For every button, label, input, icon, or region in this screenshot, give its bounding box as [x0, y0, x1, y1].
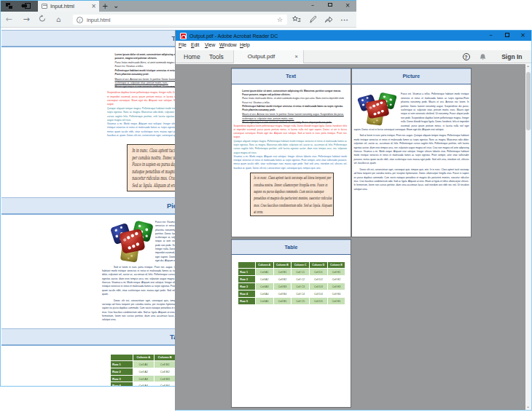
table-column-header: Column A — [255, 262, 273, 269]
scrollbar-thumb[interactable] — [526, 72, 531, 130]
table-cell: Cell E2 — [327, 276, 345, 283]
pdf-text-styled-paragraphs: Lorem ipsum dolor sit amet, consectetuer… — [242, 90, 346, 125]
page-favicon-icon — [42, 4, 47, 9]
tab-tools[interactable]: Tools — [209, 50, 224, 64]
table-cell: Cell D2 — [309, 276, 327, 283]
table-cell: Cell D4 — [309, 290, 327, 298]
notifications-bell-icon[interactable] — [479, 53, 487, 63]
table-cell: Cell E3 — [327, 283, 345, 290]
table-cell: Cell D3 — [309, 283, 327, 290]
doc-tab-close-icon[interactable]: × — [295, 50, 298, 63]
table-row: Row 4Cell A4Cell B4Cell C4Cell D4Cell E4 — [238, 290, 345, 298]
tab-output-pdf[interactable]: Output.pdf × — [233, 50, 304, 64]
share-icon[interactable] — [324, 15, 334, 25]
acrobat-maximize-icon[interactable] — [499, 31, 515, 42]
table-cell: Cell A2 — [255, 276, 273, 283]
menu-help[interactable]: Help — [240, 42, 250, 47]
menu-edit[interactable]: Edit — [191, 42, 199, 47]
dice-image — [109, 221, 155, 263]
menu-file[interactable]: File — [179, 42, 187, 47]
address-url[interactable]: input.html — [87, 17, 111, 23]
acrobat-title-bar[interactable]: Output.pdf - Adobe Acrobat Reader DC – × — [176, 30, 531, 41]
row-label-cell: Row 1 — [238, 269, 256, 276]
table-cell: Cell A1 — [255, 269, 273, 276]
table-cell: Cell D5 — [309, 298, 327, 305]
pdf-text-section-header: Text — [232, 68, 351, 84]
tab-close-icon[interactable]: × — [91, 3, 96, 9]
paragraph-red: Suspendisse dapibus lorem pellentesque m… — [234, 125, 348, 140]
table-row: Row 2Cell A2Cell B2Cell C2Cell D2Cell E2 — [238, 276, 345, 283]
paragraph-bold: Lorem ipsum dolor sit amet, consectetuer… — [242, 90, 346, 97]
edge-toolbar: ← → ⌂ i input.html ☆ ··· — [1, 12, 356, 28]
address-bar[interactable]: i input.html ☆ — [73, 15, 287, 25]
browser-tab-input-html[interactable]: Input.html × — [38, 1, 99, 12]
table-cell: Cell E5 — [327, 298, 345, 305]
table-cell: Cell A3 — [255, 283, 273, 290]
pdf-page-2: Picture Fusce est. Vivamus a tellus. Pel… — [352, 68, 472, 237]
forward-icon[interactable]: → — [22, 15, 31, 25]
web-note-pen-icon[interactable] — [308, 15, 318, 25]
acrobat-menu-bar: File Edit View Window Help — [176, 41, 531, 50]
scroll-down-icon[interactable]: ⌄ — [525, 403, 531, 410]
table-cell: Cell B4 — [154, 382, 176, 386]
table-cell: Cell D1 — [309, 269, 327, 276]
dice-image — [356, 92, 399, 126]
paragraph-blue: Vivamus a mi. Morbi neque. Aliquam erat … — [234, 155, 348, 170]
pdf-data-table: Column AColumn BColumn CColumn DColumn E… — [238, 261, 345, 305]
picture-paragraph-3: Donec elit est, consectetuer eget, conse… — [354, 168, 469, 191]
table-cell: Cell B3 — [273, 283, 292, 290]
site-info-icon[interactable]: i — [77, 17, 83, 23]
table-column-header: Column E — [327, 262, 345, 269]
sign-in-button[interactable]: Sign In — [501, 50, 522, 64]
pdf-page-1: Text Lorem ipsum dolor sit amet, consect… — [232, 68, 351, 237]
set-tabs-aside-icon[interactable] — [22, 3, 31, 9]
table-column-header: Column B — [154, 354, 176, 360]
table-column-header: Column C — [292, 262, 310, 269]
pdf-picture-section-header: Picture — [352, 68, 472, 84]
table-header-row: Column AColumn BColumn CColumn DColumn E — [238, 262, 345, 269]
table-cell: Cell A5 — [255, 298, 273, 305]
table-row: Row 3Cell A3Cell B3Cell C3Cell D3Cell E3 — [238, 283, 345, 290]
scroll-up-icon[interactable]: ⌃ — [525, 64, 531, 71]
tab-home[interactable]: Home — [184, 50, 200, 64]
acrobat-close-icon[interactable]: × — [515, 31, 531, 42]
help-icon[interactable]: ? — [463, 53, 470, 60]
pdf-scrollbar[interactable]: ⌃ ⌄ — [525, 64, 531, 410]
menu-window[interactable]: Window — [219, 42, 237, 47]
maximize-icon[interactable] — [321, 1, 339, 12]
table-row: Row 5Cell A5Cell B5Cell C5Cell D5Cell E5 — [238, 298, 345, 305]
table-cell: Cell E1 — [327, 269, 345, 276]
refresh-icon[interactable] — [38, 15, 47, 25]
new-tab-icon[interactable]: + — [102, 3, 109, 10]
menu-view[interactable]: View — [205, 42, 215, 47]
favorite-star-icon[interactable]: ☆ — [277, 16, 283, 23]
hub-favorites-icon[interactable] — [292, 15, 302, 25]
table-cell: Cell A3 — [133, 375, 154, 382]
pdf-document-area: Text Lorem ipsum dolor sit amet, consect… — [176, 64, 531, 410]
pdf-table-heading: Table — [232, 240, 351, 254]
table-cell: Cell B4 — [273, 290, 292, 298]
table-cell: Cell B1 — [273, 269, 292, 276]
row-label-cell: Row 1 — [111, 360, 133, 368]
tabs-set-aside-icon[interactable] — [6, 3, 12, 9]
table-cell: Cell B2 — [273, 276, 292, 283]
paragraph-teal: Quisque aliquam tempor magna. Pellentesq… — [234, 140, 348, 155]
table-cell: Cell A4 — [255, 290, 273, 298]
close-icon[interactable]: × — [339, 1, 356, 12]
acrobat-tab-bar: Home Tools Output.pdf × ? Sign In — [176, 50, 531, 64]
pdf-text-heading: Text — [232, 69, 351, 83]
row-label-cell: Row 5 — [238, 298, 256, 305]
tab-preview-chevron-icon[interactable]: ⌄ — [113, 1, 120, 10]
home-icon[interactable]: ⌂ — [54, 15, 63, 25]
minimize-icon[interactable]: – — [304, 1, 321, 12]
back-icon[interactable]: ← — [4, 15, 13, 25]
edge-tab-strip: Input.html × + ⌄ – × — [1, 1, 356, 12]
table-row: Row 1Cell A1Cell B1Cell C1Cell D1Cell E1 — [238, 269, 345, 276]
doc-tab-label: Output.pdf — [234, 50, 289, 64]
pdf-text-colored-paragraphs: Suspendisse dapibus lorem pellentesque m… — [234, 125, 348, 170]
acrobat-minimize-icon[interactable]: – — [483, 31, 499, 42]
table-cell: Cell A1 — [133, 360, 154, 368]
table-column-header: Column D — [309, 262, 327, 269]
more-options-icon[interactable]: ··· — [340, 15, 350, 25]
picture-paragraph-2: Sed at lorem in nunc porta tristique. Pr… — [354, 134, 469, 165]
